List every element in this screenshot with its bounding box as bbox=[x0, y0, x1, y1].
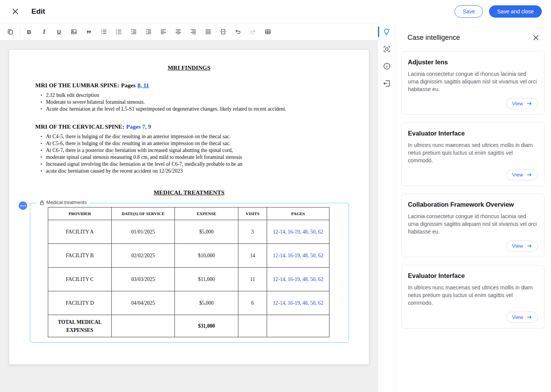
italic-button[interactable]: I bbox=[38, 26, 50, 38]
copy-button[interactable] bbox=[5, 26, 16, 38]
view-button-label: View bbox=[512, 314, 523, 320]
underline-button[interactable]: U bbox=[53, 26, 65, 38]
list-item: moderate spinal canal stenosis measuring… bbox=[41, 154, 343, 161]
quote-icon: ” bbox=[86, 28, 91, 36]
bold-icon: B bbox=[27, 29, 31, 35]
arrow-right-icon bbox=[527, 243, 532, 249]
intelligence-card: Adjuster lens Lacinia consectetur congue… bbox=[401, 51, 544, 115]
lumbar-pages-link[interactable]: 8, 11 bbox=[137, 82, 149, 88]
cell-pages-link[interactable]: 12-14, 16-19, 48, 50, 62 bbox=[267, 268, 329, 291]
table-icon bbox=[264, 28, 271, 35]
export-document-tab[interactable] bbox=[378, 78, 395, 89]
block-drag-handle[interactable] bbox=[19, 201, 27, 210]
card-title: Evaluator Interface bbox=[408, 272, 538, 279]
align-center-icon bbox=[175, 28, 182, 35]
close-icon bbox=[533, 34, 539, 41]
underline-icon: U bbox=[57, 29, 61, 35]
view-button[interactable]: View bbox=[506, 98, 538, 109]
cell-pages-link[interactable]: 12-14, 16-19, 48, 50, 62 bbox=[267, 291, 329, 315]
col-header-expense: EXPENSE bbox=[175, 207, 238, 220]
align-justify-icon bbox=[205, 28, 212, 35]
card-body: In ultrices nunc maecenas sed ultrices m… bbox=[408, 141, 538, 164]
cell-pages-link[interactable]: 12-14, 16-19, 48, 50, 62 bbox=[267, 220, 329, 244]
view-button[interactable]: View bbox=[506, 312, 538, 323]
increase-indent-icon bbox=[145, 28, 152, 35]
block-label-text: Medical treatments bbox=[46, 200, 87, 205]
intelligence-card: Collaboration Framework Overview Lacinia… bbox=[401, 194, 544, 257]
cell-empty bbox=[238, 315, 267, 337]
arrow-right-icon bbox=[527, 314, 532, 320]
cell-total-label: TOTAL MEDICAL EXPENSES bbox=[48, 315, 112, 337]
arrow-right-icon bbox=[527, 172, 532, 178]
page-break-icon bbox=[220, 28, 227, 35]
insert-image-button[interactable] bbox=[68, 26, 80, 38]
doc-heading-lumbar: MRI OF THE LUMBAR SPINE: Pages8, 11 bbox=[35, 82, 343, 89]
cell-date: 02/02/2025 bbox=[112, 244, 175, 268]
bold-button[interactable]: B bbox=[23, 26, 35, 38]
bulleted-list-button[interactable] bbox=[98, 26, 109, 38]
insert-table-button[interactable] bbox=[262, 26, 274, 38]
list-item: Increased signal involving the disc hern… bbox=[41, 161, 343, 168]
col-header-visits: VISITS bbox=[238, 207, 267, 220]
doc-heading-mri-findings: MRI FINDINGS bbox=[35, 64, 343, 71]
view-button[interactable]: View bbox=[506, 169, 538, 180]
cell-pages-link[interactable]: 12-14, 16-19, 48, 50, 62 bbox=[267, 244, 329, 268]
list-item: Moderate to severe bilateral foraminal s… bbox=[41, 99, 343, 106]
numbered-list-button[interactable]: 123 bbox=[113, 26, 124, 38]
panel-title: Case intelligence bbox=[408, 34, 530, 42]
cell-expense: $5,000 bbox=[175, 220, 238, 244]
align-center-button[interactable] bbox=[173, 26, 184, 38]
cell-visits: 6 bbox=[238, 291, 267, 315]
save-and-close-button[interactable]: Save and close bbox=[489, 5, 542, 18]
table-row: FACILITY C 03/03/2025 $11,000 11 12-14, … bbox=[48, 268, 329, 291]
redo-button[interactable] bbox=[247, 26, 259, 38]
align-right-icon bbox=[190, 28, 197, 35]
medical-treatments-block[interactable]: Medical treatments PROVIDER DATE(S) OF S… bbox=[30, 203, 349, 343]
medical-treatments-table[interactable]: PROVIDER DATE(S) OF SERVICE EXPENSE VISI… bbox=[48, 207, 329, 337]
intelligence-card: Evaluator Interface In ultrices nunc mae… bbox=[401, 265, 544, 328]
align-justify-button[interactable] bbox=[202, 26, 214, 38]
card-title: Evaluator Interface bbox=[408, 130, 538, 137]
table-row: FACILITY D 04/04/2025 $5,000 6 12-14, 16… bbox=[48, 291, 329, 315]
lumbar-heading-text: MRI OF THE LUMBAR SPINE: Pages bbox=[35, 82, 135, 88]
align-left-button[interactable] bbox=[158, 26, 169, 38]
export-document-icon bbox=[383, 79, 391, 88]
cervical-heading-text: MRI OF THE CERVICAL SPINE: bbox=[35, 123, 124, 130]
case-intelligence-tab[interactable] bbox=[378, 26, 395, 38]
decrease-indent-button[interactable] bbox=[128, 26, 139, 38]
close-button[interactable] bbox=[9, 5, 21, 18]
info-tab[interactable] bbox=[378, 60, 395, 72]
align-right-button[interactable] bbox=[187, 26, 199, 38]
view-button-label: View bbox=[512, 172, 523, 178]
col-header-date: DATE(S) OF SERVICE bbox=[112, 207, 175, 220]
table-row: FACILITY A 01/01/2025 $5,000 3 12-14, 16… bbox=[48, 220, 329, 244]
card-title: Adjuster lens bbox=[408, 59, 538, 66]
panel-close-button[interactable] bbox=[530, 31, 542, 44]
extract-region-tab[interactable] bbox=[378, 43, 395, 55]
case-intelligence-panel: Case intelligence Adjuster lens Lacinia … bbox=[395, 23, 551, 392]
list-item: At C5-6, there is bulging of the disc re… bbox=[41, 140, 343, 147]
col-header-provider: PROVIDER bbox=[48, 207, 112, 220]
blockquote-button[interactable]: ” bbox=[83, 26, 95, 38]
card-body: Lacinia consectetur congue id rhoncus la… bbox=[408, 212, 538, 235]
cell-expense: $11,000 bbox=[175, 268, 238, 291]
doc-heading-medical-treatments: MEDICAL TREATMENTS bbox=[35, 189, 343, 196]
list-item: At C6-7, there is a posterior disc herni… bbox=[41, 147, 343, 154]
view-button[interactable]: View bbox=[506, 240, 538, 252]
close-icon bbox=[12, 8, 19, 15]
page-break-button[interactable] bbox=[217, 26, 229, 38]
lock-icon bbox=[40, 200, 44, 205]
side-tool-rail bbox=[378, 23, 395, 392]
increase-indent-button[interactable] bbox=[143, 26, 154, 38]
save-button[interactable]: Save bbox=[455, 5, 483, 18]
cell-total-expense: $31,000 bbox=[175, 315, 238, 337]
cell-visits: 14 bbox=[238, 244, 267, 268]
numbered-list-icon: 123 bbox=[115, 28, 122, 35]
undo-button[interactable] bbox=[232, 26, 244, 38]
selection-frame-icon bbox=[383, 45, 391, 53]
cell-provider: FACILITY D bbox=[48, 291, 112, 315]
document-page[interactable]: MRI FINDINGS MRI OF THE LUMBAR SPINE: Pa… bbox=[9, 50, 369, 364]
cervical-pages-link[interactable]: Pages 7, 9 bbox=[126, 123, 151, 130]
col-header-pages: PAGES bbox=[267, 207, 329, 220]
cervical-bullet-list: At C4-5, there is bulging of the disc re… bbox=[41, 133, 343, 175]
